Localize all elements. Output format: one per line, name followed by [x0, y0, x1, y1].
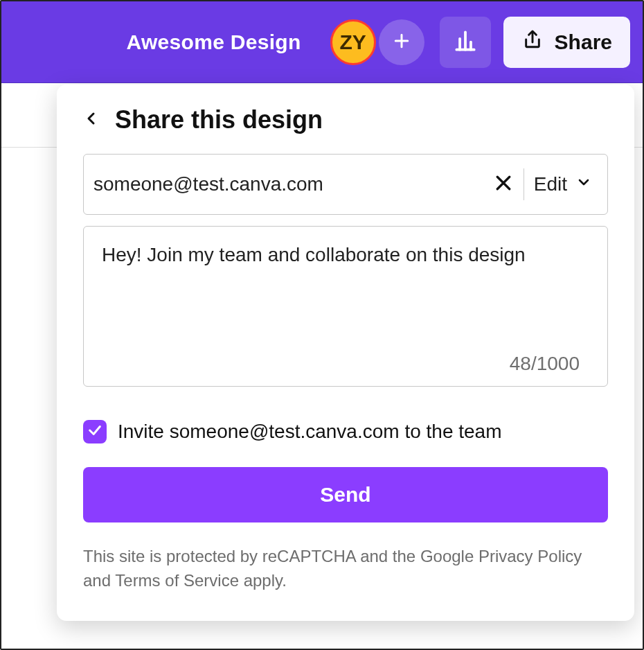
- send-button[interactable]: Send: [83, 467, 608, 522]
- legal-text: This site is protected by reCAPTCHA and …: [83, 545, 608, 593]
- share-button[interactable]: Share: [503, 17, 630, 68]
- permission-label: Edit: [534, 173, 567, 195]
- invite-checkbox[interactable]: [83, 420, 107, 443]
- share-panel: Share this design Edit 48/1000 Invite so…: [57, 85, 634, 621]
- chevron-left-icon: [83, 107, 100, 133]
- permission-dropdown[interactable]: Edit: [534, 173, 592, 195]
- clear-recipient-button[interactable]: [493, 173, 514, 196]
- add-collaborator-button[interactable]: [379, 19, 424, 65]
- back-button[interactable]: [83, 107, 100, 133]
- panel-title: Share this design: [115, 105, 323, 134]
- avatar[interactable]: ZY: [330, 19, 376, 65]
- top-bar: Awesome Design ZY Share: [1, 1, 643, 83]
- separator: [524, 168, 524, 200]
- recipient-input[interactable]: [93, 155, 483, 214]
- invite-row: Invite someone@test.canva.com to the tea…: [83, 420, 608, 443]
- char-counter: 48/1000: [510, 353, 580, 375]
- panel-header: Share this design: [83, 105, 608, 134]
- analytics-button[interactable]: [440, 17, 491, 68]
- share-icon: [521, 28, 544, 55]
- close-icon: [493, 173, 514, 196]
- avatar-initials: ZY: [339, 30, 366, 54]
- share-button-label: Share: [555, 30, 612, 54]
- recipient-field: Edit: [83, 154, 608, 215]
- message-field: 48/1000: [83, 226, 608, 387]
- bar-chart-icon: [452, 28, 478, 57]
- design-title[interactable]: Awesome Design: [127, 30, 301, 54]
- check-icon: [87, 421, 102, 443]
- chevron-down-icon: [575, 173, 592, 195]
- plus-icon: [391, 30, 412, 54]
- invite-label: Invite someone@test.canva.com to the tea…: [118, 421, 501, 443]
